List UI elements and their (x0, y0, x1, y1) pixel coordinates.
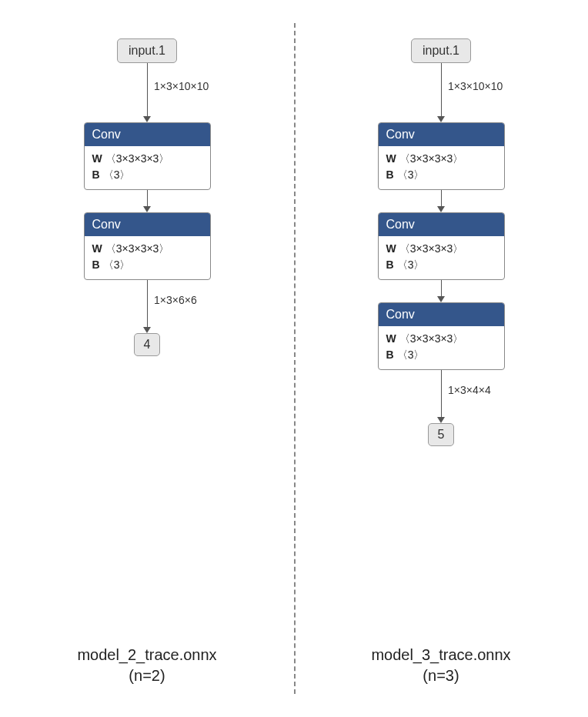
weight-key: W (386, 242, 396, 255)
weight-key: W (92, 242, 102, 255)
edge-shape-label: 1×3×6×6 (154, 294, 197, 306)
weight-shape: 〈3×3×3×3〉 (105, 152, 170, 165)
bias-key: B (386, 168, 394, 181)
weight-shape: 〈3×3×3×3〉 (399, 242, 464, 255)
arrow-input-to-conv: 1×3×10×10 (437, 63, 445, 122)
op-body: W〈3×3×3×3〉 B〈3〉 (85, 146, 210, 189)
weight-line: W〈3×3×3×3〉 (92, 151, 202, 167)
caption-n: (n=2) (129, 667, 165, 684)
arrow-head-icon (437, 206, 445, 212)
bias-line: B〈3〉 (386, 347, 496, 363)
arrow-line (147, 190, 148, 207)
conv-node: Conv W〈3×3×3×3〉 B〈3〉 (84, 122, 211, 190)
arrow-conv-to-output: 1×3×4×4 (437, 370, 445, 423)
weight-line: W〈3×3×3×3〉 (386, 151, 496, 167)
caption-filename: model_3_trace.onnx (371, 646, 510, 663)
bias-shape: 〈3〉 (397, 258, 425, 271)
weight-shape: 〈3×3×3×3〉 (105, 242, 170, 255)
arrow-head-icon (143, 206, 151, 212)
arrow-conv-to-output: 1×3×6×6 (143, 280, 151, 333)
arrow-line (441, 280, 442, 297)
bias-line: B〈3〉 (386, 167, 496, 183)
left-caption: model_2_trace.onnx (n=2) (77, 645, 216, 686)
arrow-head-icon (437, 417, 445, 423)
input-label: input.1 (423, 44, 459, 57)
op-body: W〈3×3×3×3〉 B〈3〉 (379, 146, 504, 189)
arrow-input-to-conv: 1×3×10×10 (143, 63, 151, 122)
op-header: Conv (379, 123, 504, 146)
output-node: 4 (134, 333, 161, 356)
input-label: input.1 (129, 44, 165, 57)
edge-shape-label: 1×3×10×10 (448, 80, 503, 92)
bias-shape: 〈3〉 (103, 258, 131, 271)
weight-line: W〈3×3×3×3〉 (386, 241, 496, 257)
op-header: Conv (379, 213, 504, 236)
arrow-head-icon (437, 296, 445, 302)
input-node: input.1 (411, 38, 471, 63)
conv-node: Conv W〈3×3×3×3〉 B〈3〉 (84, 212, 211, 280)
op-body: W〈3×3×3×3〉 B〈3〉 (85, 236, 210, 279)
weight-key: W (386, 152, 396, 165)
arrow-head-icon (143, 116, 151, 122)
output-label: 4 (144, 338, 151, 351)
bias-line: B〈3〉 (386, 257, 496, 273)
input-node: input.1 (117, 38, 177, 63)
bias-shape: 〈3〉 (103, 168, 131, 181)
bias-shape: 〈3〉 (397, 168, 425, 181)
weight-key: W (386, 332, 396, 345)
arrow-between-convs (143, 190, 151, 212)
weight-key: W (92, 152, 102, 165)
weight-line: W〈3×3×3×3〉 (92, 241, 202, 257)
op-body: W〈3×3×3×3〉 B〈3〉 (379, 326, 504, 369)
arrow-line (441, 63, 442, 117)
arrow-line (147, 63, 148, 117)
bias-key: B (386, 348, 394, 361)
op-body: W〈3×3×3×3〉 B〈3〉 (379, 236, 504, 279)
weight-shape: 〈3×3×3×3〉 (399, 332, 464, 345)
conv-node: Conv W〈3×3×3×3〉 B〈3〉 (378, 122, 505, 190)
bias-key: B (92, 258, 100, 271)
arrow-head-icon (143, 327, 151, 333)
bias-key: B (92, 168, 100, 181)
edge-shape-label: 1×3×4×4 (448, 384, 491, 396)
arrow-line (441, 370, 442, 418)
op-header: Conv (85, 123, 210, 146)
output-node: 5 (428, 423, 455, 446)
caption-n: (n=3) (423, 667, 459, 684)
edge-shape-label: 1×3×10×10 (154, 80, 209, 92)
conv-node: Conv W〈3×3×3×3〉 B〈3〉 (378, 302, 505, 370)
diagram-container: input.1 1×3×10×10 Conv W〈3×3×3×3〉 B〈3〉 (0, 0, 588, 717)
arrow-between-convs (437, 190, 445, 212)
bias-shape: 〈3〉 (397, 348, 425, 361)
weight-shape: 〈3×3×3×3〉 (399, 152, 464, 165)
left-panel: input.1 1×3×10×10 Conv W〈3×3×3×3〉 B〈3〉 (0, 0, 294, 717)
vertical-divider (294, 23, 296, 694)
bias-line: B〈3〉 (92, 257, 202, 273)
weight-line: W〈3×3×3×3〉 (386, 331, 496, 347)
arrow-line (147, 280, 148, 328)
right-panel: input.1 1×3×10×10 Conv W〈3×3×3×3〉 B〈3〉 (294, 0, 588, 717)
op-header: Conv (379, 303, 504, 326)
arrow-between-convs (437, 280, 445, 302)
output-label: 5 (438, 428, 445, 441)
op-header: Conv (85, 213, 210, 236)
caption-filename: model_2_trace.onnx (77, 646, 216, 663)
right-caption: model_3_trace.onnx (n=3) (371, 645, 510, 686)
conv-node: Conv W〈3×3×3×3〉 B〈3〉 (378, 212, 505, 280)
bias-line: B〈3〉 (92, 167, 202, 183)
arrow-head-icon (437, 116, 445, 122)
arrow-line (441, 190, 442, 207)
bias-key: B (386, 258, 394, 271)
